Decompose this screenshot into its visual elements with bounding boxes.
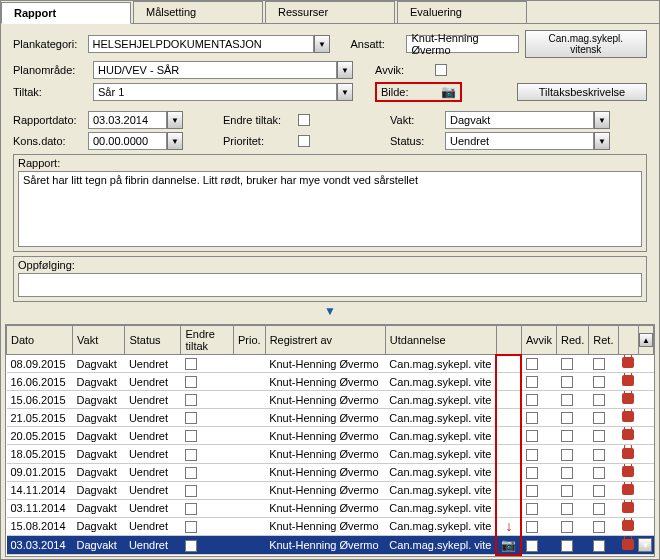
camera-icon[interactable]: 📷 bbox=[441, 85, 456, 99]
red-chk[interactable] bbox=[561, 521, 573, 533]
avvik-chk[interactable] bbox=[526, 521, 538, 533]
avvik-chk[interactable] bbox=[526, 376, 538, 388]
cell-red bbox=[557, 355, 589, 373]
planomrade-dropdown[interactable]: ▼ bbox=[337, 61, 353, 79]
ansatt-field[interactable]: Knut-Henning Øvermo bbox=[406, 35, 519, 53]
tab-malsetting[interactable]: Målsetting bbox=[133, 1, 263, 23]
th-ret[interactable]: Ret. bbox=[589, 326, 619, 355]
endre-chk[interactable] bbox=[185, 412, 197, 424]
tiltak-field[interactable]: Sår 1 bbox=[93, 83, 337, 101]
ret-chk[interactable] bbox=[593, 394, 605, 406]
avvik-chk[interactable] bbox=[526, 358, 538, 370]
konsdato-dropdown[interactable]: ▼ bbox=[167, 132, 183, 150]
red-chk[interactable] bbox=[561, 430, 573, 442]
tab-rapport[interactable]: Rapport bbox=[1, 2, 131, 24]
oppfolging-textarea[interactable] bbox=[18, 273, 642, 297]
table-row[interactable]: 03.03.2014DagvaktUendretKnut-Henning Øve… bbox=[7, 535, 654, 555]
avvik-chk[interactable] bbox=[526, 540, 538, 552]
tab-ressurser[interactable]: Ressurser bbox=[265, 1, 395, 23]
th-red[interactable]: Red. bbox=[557, 326, 589, 355]
red-chk[interactable] bbox=[561, 412, 573, 424]
avvik-chk[interactable] bbox=[526, 467, 538, 479]
ret-chk[interactable] bbox=[593, 467, 605, 479]
ret-chk[interactable] bbox=[593, 540, 605, 552]
th-status[interactable]: Status bbox=[125, 326, 181, 355]
endre-chk[interactable] bbox=[185, 540, 197, 552]
endre-chk[interactable] bbox=[185, 521, 197, 533]
red-chk[interactable] bbox=[561, 358, 573, 370]
table-row[interactable]: 20.05.2015DagvaktUendretKnut-Henning Øve… bbox=[7, 427, 654, 445]
status-field[interactable]: Uendret bbox=[445, 132, 594, 150]
avvik-chk[interactable] bbox=[526, 412, 538, 424]
th-img[interactable] bbox=[496, 326, 521, 355]
red-chk[interactable] bbox=[561, 467, 573, 479]
endre-chk[interactable] bbox=[185, 449, 197, 461]
rapportdato-field[interactable]: 03.03.2014 bbox=[88, 111, 167, 129]
th-utd[interactable]: Utdannelse bbox=[385, 326, 496, 355]
plankategori-field[interactable]: HELSEHJELPDOKUMENTASJON bbox=[88, 35, 314, 53]
table-row[interactable]: 21.05.2015DagvaktUendretKnut-Henning Øve… bbox=[7, 409, 654, 427]
endre-chk[interactable] bbox=[185, 485, 197, 497]
ret-chk[interactable] bbox=[593, 485, 605, 497]
ret-chk[interactable] bbox=[593, 376, 605, 388]
cell-utd: Can.mag.sykepl. vite bbox=[385, 427, 496, 445]
endre-chk[interactable] bbox=[185, 503, 197, 515]
table-row[interactable]: 14.11.2014DagvaktUendretKnut-Henning Øve… bbox=[7, 481, 654, 499]
endre-chk[interactable] bbox=[185, 358, 197, 370]
scroll-up-button[interactable]: ▲ bbox=[639, 333, 653, 347]
plankategori-dropdown[interactable]: ▼ bbox=[314, 35, 330, 53]
camera-icon[interactable]: 📷 bbox=[501, 538, 516, 552]
endre-chk[interactable] bbox=[185, 430, 197, 442]
rapportdato-dropdown[interactable]: ▼ bbox=[167, 111, 183, 129]
table-row[interactable]: 16.06.2015DagvaktUendretKnut-Henning Øve… bbox=[7, 373, 654, 391]
status-dropdown[interactable]: ▼ bbox=[594, 132, 610, 150]
th-avvik[interactable]: Avvik bbox=[521, 326, 556, 355]
planomrade-field[interactable]: HUD/VEV - SÅR bbox=[93, 61, 337, 79]
th-endre[interactable]: Endre tiltak bbox=[181, 326, 234, 355]
ret-chk[interactable] bbox=[593, 412, 605, 424]
label-prioritet: Prioritet: bbox=[223, 135, 298, 147]
red-chk[interactable] bbox=[561, 376, 573, 388]
th-prio[interactable]: Prio. bbox=[234, 326, 266, 355]
ret-chk[interactable] bbox=[593, 430, 605, 442]
red-chk[interactable] bbox=[561, 540, 573, 552]
tab-evaluering[interactable]: Evaluering bbox=[397, 1, 527, 23]
table-row[interactable]: 15.08.2014DagvaktUendretKnut-Henning Øve… bbox=[7, 517, 654, 535]
table-row[interactable]: 18.05.2015DagvaktUendretKnut-Henning Øve… bbox=[7, 445, 654, 463]
vakt-dropdown[interactable]: ▼ bbox=[594, 111, 610, 129]
rapport-textarea[interactable]: Såret har litt tegn på fibrin dannelse. … bbox=[18, 171, 642, 247]
th-vakt[interactable]: Vakt bbox=[73, 326, 125, 355]
avvik-chk[interactable] bbox=[526, 449, 538, 461]
red-chk[interactable] bbox=[561, 394, 573, 406]
ret-chk[interactable] bbox=[593, 503, 605, 515]
table-row[interactable]: 09.01.2015DagvaktUendretKnut-Henning Øve… bbox=[7, 463, 654, 481]
avvik-chk[interactable] bbox=[526, 485, 538, 497]
red-chk[interactable] bbox=[561, 485, 573, 497]
tiltaksbeskrivelse-button[interactable]: Tiltaksbeskrivelse bbox=[517, 83, 647, 101]
red-chk[interactable] bbox=[561, 449, 573, 461]
red-chk[interactable] bbox=[561, 503, 573, 515]
tiltak-dropdown[interactable]: ▼ bbox=[337, 83, 353, 101]
scroll-down-button[interactable]: ▼ bbox=[638, 538, 652, 552]
can-mag-button[interactable]: Can.mag.sykepl. vitensk bbox=[525, 30, 647, 58]
th-dato[interactable]: Dato bbox=[7, 326, 73, 355]
prioritet-checkbox[interactable] bbox=[298, 135, 310, 147]
table-row[interactable]: 15.06.2015DagvaktUendretKnut-Henning Øve… bbox=[7, 391, 654, 409]
endre-tiltak-checkbox[interactable] bbox=[298, 114, 310, 126]
avvik-chk[interactable] bbox=[526, 394, 538, 406]
endre-chk[interactable] bbox=[185, 394, 197, 406]
endre-chk[interactable] bbox=[185, 467, 197, 479]
table-row[interactable]: 08.09.2015DagvaktUendretKnut-Henning Øve… bbox=[7, 355, 654, 373]
th-reg[interactable]: Registrert av bbox=[265, 326, 385, 355]
avvik-checkbox[interactable] bbox=[435, 64, 447, 76]
avvik-chk[interactable] bbox=[526, 430, 538, 442]
table-row[interactable]: 03.11.2014DagvaktUendretKnut-Henning Øve… bbox=[7, 499, 654, 517]
ret-chk[interactable] bbox=[593, 521, 605, 533]
ret-chk[interactable] bbox=[593, 358, 605, 370]
konsdato-field[interactable]: 00.00.0000 bbox=[88, 132, 167, 150]
vakt-field[interactable]: Dagvakt bbox=[445, 111, 594, 129]
collapse-arrow-icon[interactable]: ▼ bbox=[13, 304, 647, 318]
avvik-chk[interactable] bbox=[526, 503, 538, 515]
endre-chk[interactable] bbox=[185, 376, 197, 388]
ret-chk[interactable] bbox=[593, 449, 605, 461]
